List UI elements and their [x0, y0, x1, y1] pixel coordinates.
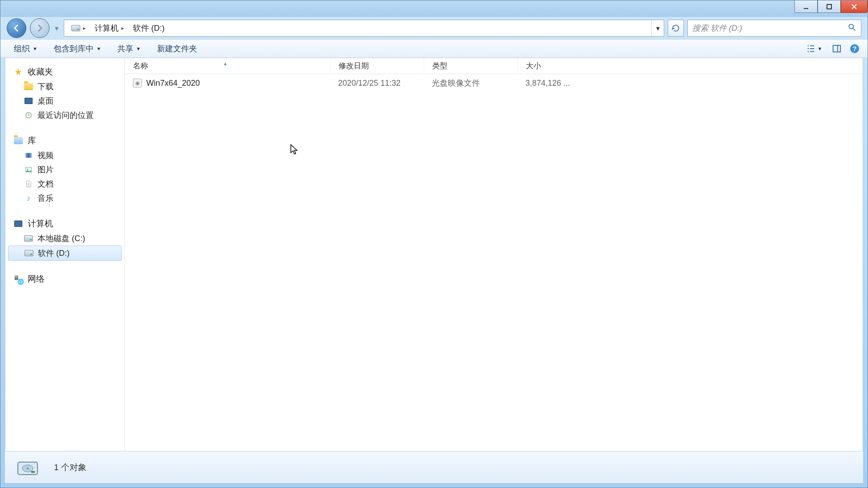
star-icon: ★ [13, 67, 23, 77]
breadcrumb-label: 计算机 [95, 23, 119, 33]
file-date: 2020/12/25 11:32 [330, 79, 424, 88]
history-dropdown[interactable]: ▾ [53, 18, 60, 38]
close-icon [851, 4, 857, 10]
computer-icon [13, 219, 23, 229]
window-controls [794, 0, 868, 13]
chevron-right-icon: ▸ [121, 25, 124, 31]
sidebar-item-videos[interactable]: 视频 [5, 148, 124, 163]
file-size: 3,874,126 ... [517, 79, 584, 88]
sidebar-item-label: 最近访问的位置 [37, 110, 94, 121]
chevron-down-icon: ▼ [33, 46, 37, 51]
column-label: 修改日期 [339, 61, 369, 71]
back-button[interactable] [7, 18, 26, 38]
breadcrumb-computer[interactable]: 计算机 ▸ [90, 20, 128, 36]
include-in-library-button[interactable]: 包含到库中 ▼ [45, 40, 109, 58]
svg-rect-1 [827, 4, 831, 9]
column-header-size[interactable]: 大小 [517, 58, 584, 74]
sidebar-item-label: 软件 (D:) [38, 248, 70, 259]
search-icon[interactable] [847, 23, 856, 33]
sidebar-item-label: 库 [28, 135, 36, 146]
toolbar: 组织 ▼ 包含到库中 ▼ 共享 ▼ 新建文件夹 ▼ ? [0, 39, 868, 58]
sidebar-item-network[interactable]: 网络 [5, 271, 124, 287]
sidebar-item-label: 下载 [37, 81, 54, 92]
sidebar-item-libraries[interactable]: 库 [5, 133, 124, 148]
file-list-pane: 名称 修改日期 类型 大小 ◉ Win7x64_2020 2020/12/25 … [125, 58, 863, 451]
sidebar-item-label: 收藏夹 [28, 66, 53, 78]
column-header-type[interactable]: 类型 [424, 58, 517, 74]
sidebar-item-recent[interactable]: 最近访问的位置 [5, 108, 124, 122]
body: ★ 收藏夹 下载 桌面 最近访问的位置 [5, 58, 863, 451]
address-icon: ▸ [67, 20, 90, 36]
organize-button[interactable]: 组织 ▼ [6, 40, 45, 58]
preview-pane-button[interactable] [829, 41, 844, 56]
search-input[interactable] [692, 24, 847, 33]
sidebar-item-desktop[interactable]: 桌面 [5, 94, 124, 108]
sidebar-item-label: 桌面 [37, 96, 54, 106]
maximize-button[interactable] [818, 0, 841, 13]
forward-arrow-icon [35, 24, 44, 33]
svg-rect-7 [25, 153, 32, 158]
drive-icon [25, 249, 33, 258]
view-mode-button[interactable]: ▼ [802, 41, 827, 56]
svg-text:?: ? [852, 45, 856, 52]
sidebar-item-soft-d[interactable]: 软件 (D:) [8, 246, 122, 261]
breadcrumb-current[interactable]: 软件 (D:) [128, 20, 169, 36]
back-arrow-icon [12, 24, 21, 33]
status-bar: 1 个对象 [5, 451, 863, 483]
sidebar-item-label: 图片 [37, 164, 54, 175]
file-type: 光盘映像文件 [424, 78, 517, 88]
documents-icon [24, 179, 33, 188]
drive-icon [71, 25, 80, 31]
sidebar-item-label: 音乐 [37, 193, 54, 204]
column-label: 大小 [526, 61, 541, 71]
refresh-button[interactable] [668, 20, 684, 37]
preview-pane-icon [832, 44, 842, 54]
sidebar-item-downloads[interactable]: 下载 [5, 79, 124, 94]
new-folder-button[interactable]: 新建文件夹 [149, 40, 205, 58]
column-header-date[interactable]: 修改日期 [330, 58, 424, 74]
minimize-button[interactable] [794, 0, 818, 13]
svg-point-2 [849, 24, 853, 29]
sidebar-item-label: 本地磁盘 (C:) [37, 233, 85, 244]
sidebar-item-computer[interactable]: 计算机 [5, 216, 124, 231]
column-headers: 名称 修改日期 类型 大小 [125, 58, 863, 74]
sidebar-item-pictures[interactable]: 图片 [5, 163, 124, 177]
address-bar[interactable]: ▸ 计算机 ▸ 软件 (D:) ▾ [64, 20, 664, 37]
address-dropdown[interactable]: ▾ [651, 20, 664, 36]
chevron-down-icon: ▼ [136, 46, 141, 51]
chevron-down-icon: ▼ [96, 46, 101, 51]
svg-rect-13 [31, 471, 35, 473]
mouse-cursor [290, 144, 299, 157]
recent-icon [24, 111, 33, 120]
sidebar-item-label: 视频 [37, 150, 54, 161]
status-drive-icon [14, 454, 41, 481]
drive-icon [24, 234, 33, 243]
nav-row: ▾ ▸ 计算机 ▸ 软件 (D:) ▾ [0, 17, 868, 39]
titlebar [0, 0, 868, 17]
search-box[interactable] [687, 20, 861, 37]
computer-group: 计算机 本地磁盘 (C:) 软件 (D:) [5, 216, 124, 261]
videos-icon [24, 151, 33, 160]
forward-button[interactable] [30, 18, 50, 38]
sidebar-item-favorites[interactable]: ★ 收藏夹 [5, 64, 124, 79]
sidebar-item-music[interactable]: ♪ 音乐 [5, 191, 124, 205]
file-row[interactable]: ◉ Win7x64_2020 2020/12/25 11:32 光盘映像文件 3… [125, 74, 863, 92]
toolbar-label: 包含到库中 [54, 43, 94, 54]
iso-file-icon: ◉ [133, 79, 142, 88]
column-header-name[interactable]: 名称 [125, 58, 330, 74]
status-text: 1 个对象 [54, 462, 87, 473]
help-icon: ? [849, 43, 860, 54]
pictures-icon [24, 165, 33, 174]
svg-rect-0 [804, 8, 808, 9]
share-button[interactable]: 共享 ▼ [109, 40, 149, 58]
help-button[interactable]: ? [847, 41, 862, 56]
toolbar-label: 组织 [14, 43, 30, 54]
close-button[interactable] [841, 0, 868, 13]
network-icon [13, 274, 23, 284]
sidebar-item-documents[interactable]: 文档 [5, 177, 124, 191]
sidebar-item-label: 文档 [37, 179, 54, 189]
sidebar-item-local-c[interactable]: 本地磁盘 (C:) [5, 231, 124, 246]
libraries-icon [13, 136, 23, 146]
sidebar-item-label: 网络 [28, 273, 45, 285]
explorer-window: ▾ ▸ 计算机 ▸ 软件 (D:) ▾ [0, 0, 868, 488]
